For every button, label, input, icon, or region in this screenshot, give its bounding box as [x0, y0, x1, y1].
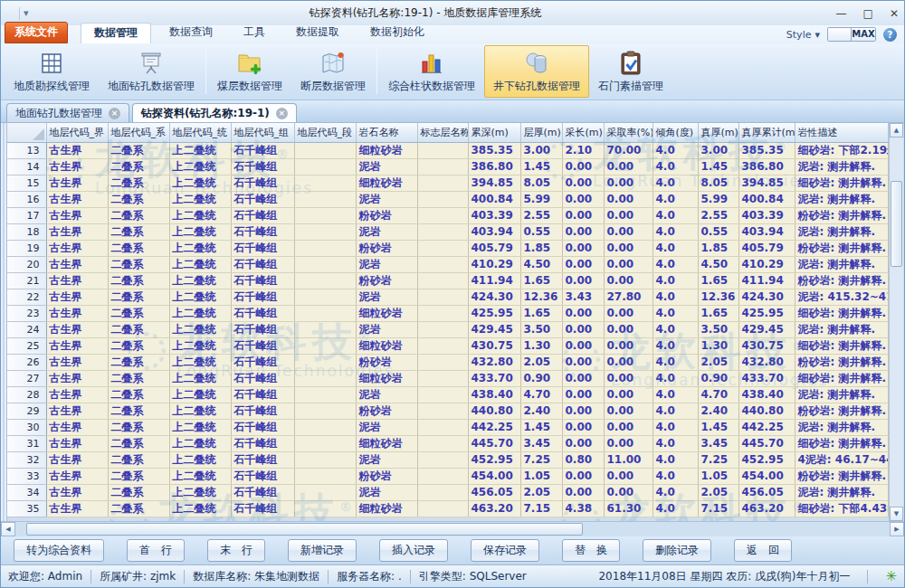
- cell-thickness[interactable]: 2.05: [520, 354, 562, 370]
- horizontal-scroll-thumb[interactable]: [26, 523, 583, 536]
- cell-series[interactable]: 上二叠统: [169, 500, 231, 517]
- cell-true-thickness[interactable]: 1.65: [698, 272, 738, 289]
- column-header[interactable]: 真厚累计(m): [738, 123, 795, 142]
- cell-cumulative-depth[interactable]: 440.80: [468, 403, 520, 419]
- cell-marker-bed[interactable]: [417, 403, 468, 419]
- tab-surface-borehole-management[interactable]: 地面钻孔数据管理 ×: [6, 103, 129, 122]
- column-header[interactable]: 采长(m): [562, 123, 604, 142]
- cell-cumulative-depth[interactable]: 454.00: [468, 468, 520, 484]
- cell-cumulative-depth[interactable]: 394.85: [468, 175, 520, 191]
- select-all-corner[interactable]: [7, 123, 46, 142]
- cell-member[interactable]: [294, 435, 356, 451]
- cell-true-thickness[interactable]: 8.05: [698, 175, 738, 191]
- cell-dip-angle[interactable]: 4.0: [653, 354, 698, 370]
- cell-recovery-rate[interactable]: 0.00: [604, 223, 653, 240]
- cell-lithology-description[interactable]: 泥岩: 测井解释.: [795, 321, 889, 337]
- cell-series[interactable]: 上二叠统: [169, 240, 231, 256]
- cell-dip-angle[interactable]: 4.0: [653, 223, 698, 240]
- cell-rock-name[interactable]: 泥岩: [356, 191, 417, 207]
- scroll-down-icon[interactable]: ▼: [890, 507, 903, 521]
- cell-thickness[interactable]: 0.90: [520, 370, 562, 386]
- cell-series[interactable]: 上二叠统: [169, 354, 231, 370]
- cell-era[interactable]: 古生界: [46, 354, 108, 370]
- cell-dip-angle[interactable]: 4.0: [653, 419, 698, 435]
- cell-formation[interactable]: 石千峰组: [231, 223, 294, 240]
- cell-marker-bed[interactable]: [417, 419, 468, 435]
- action-button[interactable]: 转为综合资料: [14, 539, 104, 562]
- cell-rock-name[interactable]: 细粒砂岩: [356, 305, 417, 321]
- cell-cumulative-depth[interactable]: 411.94: [468, 272, 520, 289]
- cell-formation[interactable]: 石千峰组: [231, 451, 294, 468]
- column-header[interactable]: 地层代码_统: [169, 123, 231, 142]
- row-number-cell[interactable]: 20: [7, 256, 46, 272]
- cell-system[interactable]: 二叠系: [108, 403, 169, 419]
- action-button[interactable]: 末 行: [207, 539, 265, 562]
- cell-thickness[interactable]: 1.65: [520, 305, 562, 321]
- cell-dip-angle[interactable]: 4.0: [653, 484, 698, 500]
- cell-true-thickness-cum[interactable]: 456.05: [738, 484, 795, 500]
- cell-lithology-description[interactable]: 细砂岩: 测井解释.: [795, 435, 889, 451]
- cell-dip-angle[interactable]: 4.0: [653, 142, 698, 158]
- cell-true-thickness-cum[interactable]: 394.85: [738, 175, 795, 191]
- cell-system[interactable]: 二叠系: [108, 256, 169, 272]
- cell-series[interactable]: 上二叠统: [169, 305, 231, 321]
- cell-system[interactable]: 二叠系: [108, 158, 169, 175]
- cell-system[interactable]: 二叠系: [108, 468, 169, 484]
- cell-marker-bed[interactable]: [417, 484, 468, 500]
- cell-era[interactable]: 古生界: [46, 305, 108, 321]
- cell-member[interactable]: [294, 207, 356, 223]
- cell-core-length[interactable]: 0.00: [562, 354, 604, 370]
- cell-true-thickness[interactable]: 1.65: [698, 305, 738, 321]
- cell-marker-bed[interactable]: [417, 370, 468, 386]
- horizontal-scrollbar[interactable]: ◀ ▶: [1, 521, 904, 536]
- cell-core-length[interactable]: 3.43: [562, 289, 604, 305]
- cell-thickness[interactable]: 1.45: [520, 419, 562, 435]
- cell-system[interactable]: 二叠系: [108, 191, 169, 207]
- cell-system[interactable]: 二叠系: [108, 321, 169, 337]
- cell-member[interactable]: [294, 337, 356, 354]
- cell-system[interactable]: 二叠系: [108, 272, 169, 289]
- cell-era[interactable]: 古生界: [46, 256, 108, 272]
- cell-core-length[interactable]: 4.38: [562, 500, 604, 517]
- cell-member[interactable]: [294, 289, 356, 305]
- cell-thickness[interactable]: 1.65: [520, 272, 562, 289]
- cell-lithology-description[interactable]: 粉砂岩: 测井解释.: [795, 468, 889, 484]
- cell-cumulative-depth[interactable]: 405.79: [468, 240, 520, 256]
- cell-recovery-rate[interactable]: 0.00: [604, 240, 653, 256]
- row-number-cell[interactable]: 32: [7, 451, 46, 468]
- row-number-cell[interactable]: 17: [7, 207, 46, 223]
- cell-core-length[interactable]: 0.00: [562, 207, 604, 223]
- cell-thickness[interactable]: 3.50: [520, 321, 562, 337]
- ribbon-tab[interactable]: 数据提取: [283, 23, 352, 43]
- cell-lithology-description[interactable]: 4泥岩: 46.17~446.: [795, 451, 889, 468]
- cell-rock-name[interactable]: 泥岩: [356, 451, 417, 468]
- cell-member[interactable]: [294, 175, 356, 191]
- cell-formation[interactable]: 石千峰组: [231, 305, 294, 321]
- row-number-cell[interactable]: 24: [7, 321, 46, 337]
- close-button[interactable]: ✕: [890, 6, 899, 21]
- cell-cumulative-depth[interactable]: 430.75: [468, 337, 520, 354]
- cell-member[interactable]: [294, 223, 356, 240]
- cell-true-thickness-cum[interactable]: 452.95: [738, 451, 795, 468]
- cell-rock-name[interactable]: 泥岩: [356, 484, 417, 500]
- cell-system[interactable]: 二叠系: [108, 305, 169, 321]
- row-number-cell[interactable]: 22: [7, 289, 46, 305]
- cell-marker-bed[interactable]: [417, 468, 468, 484]
- window-style-switch[interactable]: MAX: [827, 27, 876, 42]
- cell-lithology-description[interactable]: 粉砂岩: 测井解释.: [795, 403, 889, 419]
- row-number-cell[interactable]: 21: [7, 272, 46, 289]
- cell-lithology-description[interactable]: 粉砂岩: 测井解释.: [795, 207, 889, 223]
- cell-core-length[interactable]: 0.00: [562, 370, 604, 386]
- cell-dip-angle[interactable]: 4.0: [653, 337, 698, 354]
- row-number-cell[interactable]: 23: [7, 305, 46, 321]
- cell-system[interactable]: 二叠系: [108, 142, 169, 158]
- quick-access-toolbar[interactable]: ▾: [6, 7, 61, 20]
- cell-dip-angle[interactable]: 4.0: [653, 207, 698, 223]
- cell-true-thickness-cum[interactable]: 403.94: [738, 223, 795, 240]
- cell-true-thickness[interactable]: 1.05: [698, 468, 738, 484]
- cell-era[interactable]: 古生界: [46, 158, 108, 175]
- cell-recovery-rate[interactable]: 0.00: [604, 305, 653, 321]
- cell-rock-name[interactable]: 泥岩: [356, 386, 417, 403]
- cell-era[interactable]: 古生界: [46, 419, 108, 435]
- cell-rock-name[interactable]: 泥岩: [356, 321, 417, 337]
